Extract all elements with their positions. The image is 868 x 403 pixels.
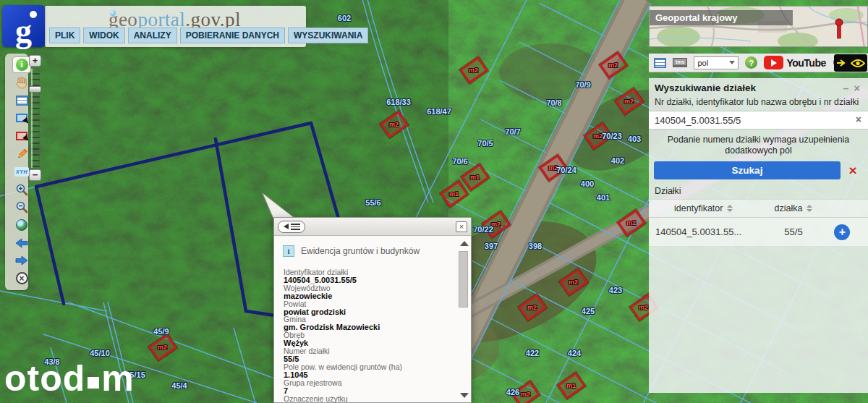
field-label: Obręb [284,331,455,339]
attribute-form-icon[interactable] [654,58,666,68]
popup-close-button[interactable]: × [456,221,467,232]
chevron-down-icon [729,61,735,64]
menu-item-widok[interactable]: WIDOK [83,27,124,43]
sort-icon [807,205,812,212]
panel-close-button[interactable]: × [851,83,862,93]
zoom-slider-track[interactable] [31,69,40,168]
field-label: Oznaczenie użytku [284,395,455,403]
menu-item-plik[interactable]: PLIK [49,27,80,43]
results-table-header: identyfikatordziałka [649,199,868,218]
popup-scrollbar[interactable] [457,237,469,402]
next-view-arrow-icon[interactable] [12,253,31,269]
fullscreen-arrow-icon[interactable] [836,59,847,67]
parcel-search-input[interactable] [649,111,868,129]
zoom-plus-button[interactable]: + [29,55,41,67]
minimap-title: Geoportal krajowy [650,10,793,25]
field-label: Pole pow. w ewidencji gruntów (ha) [284,363,455,371]
info-icon: i [283,245,294,257]
popup-fields: Identyfikator działki140504_5.0031.55/5W… [284,268,455,402]
geoportal-app: m2m2m2m2m2m2m1m1m2m2m2m2m2m2m1m2602618/3… [0,0,868,403]
full-extent-globe-icon[interactable] [12,216,31,233]
language-value: pol [697,59,708,67]
field-value: powiat grodziski [284,308,455,316]
result-identifier: 140504_5.0031.55... [649,226,759,237]
cancel-search-icon[interactable]: × [841,164,865,177]
list-icon [291,224,300,230]
help-icon[interactable]: ? [745,56,757,69]
zoom-out-icon[interactable] [12,199,31,216]
clear-selection-icon[interactable]: × [12,270,31,287]
results-section-label: Działki [649,183,868,199]
youtube-label: YouTube [786,57,825,69]
field-value: gm. Grodzisk Mazowiecki [284,323,455,331]
zoom-slider-handle[interactable] [29,86,41,93]
field-label: Powiat [284,300,455,308]
scrollbar-thumb[interactable] [459,251,468,307]
youtube-link[interactable]: YouTube [764,56,825,69]
field-value: mazowieckie [284,292,455,300]
add-parcel-button[interactable]: + [834,224,850,240]
language-select[interactable]: pol [694,56,739,69]
logo-dot-icon [30,11,37,18]
sort-icon [727,205,733,212]
popup-header: × [274,218,471,236]
previous-view-arrow-icon[interactable] [12,234,31,251]
menu-item-pobieranie-danych[interactable]: POBIERANIE DANYCH [180,27,285,43]
results-table-body: 140504_5.0031.55...55/5+ [649,218,868,247]
eye-icon[interactable] [851,59,865,68]
search-warning-text: Podanie numeru działki wymaga uzupełnien… [649,130,868,158]
popup-title: Ewidencja gruntów i budynków [301,246,420,256]
column-header-działka[interactable]: działka [759,203,829,213]
scroll-up-icon[interactable] [460,241,469,246]
popup-back-list-button[interactable] [278,221,305,233]
main-menu: PLIKWIDOKANALIZYPOBIERANIE DANYCHWYSZUKI… [49,27,371,43]
field-value: 7 [284,387,455,395]
tms-layer-icon[interactable]: tms [673,58,687,67]
search-input-label: Nr działki, identyfikator lub nazwa obrę… [649,95,868,111]
scroll-down-icon[interactable] [460,393,469,398]
menu-item-wyszukiwania[interactable]: WYSZUKIWANIA [288,27,368,43]
menu-item-analizy[interactable]: ANALIZY [128,27,177,43]
column-header-identyfikator[interactable]: identyfikator [649,203,759,213]
site-header: geoportal.gov.pl PLIKWIDOKANALIZYPOBIERA… [45,6,306,47]
map-toolbar: iXYH× [5,54,28,290]
parcel-info-popup: × i Ewidencja gruntów i budynków Identyf… [273,217,472,403]
result-parcel-number: 55/5 [759,226,829,237]
panel-minimize-button[interactable]: – [841,83,851,93]
popup-body: i Ewidencja gruntów i budynków Identyfik… [274,237,471,402]
zoom-in-icon[interactable] [12,181,31,198]
overview-minimap[interactable]: Geoportal krajowy [649,6,868,47]
youtube-icon [764,56,783,69]
field-label: Grupa rejestrowa [284,379,455,387]
field-label: Numer działki [284,347,455,355]
search-button[interactable]: Szukaj [654,161,841,179]
quick-access-widget [834,54,867,72]
clear-input-icon[interactable]: × [856,114,861,125]
search-parcels-panel: Wyszukiwanie działek – × Nr działki, ide… [649,78,868,393]
back-arrow-icon [284,224,289,229]
zoom-slider: + − [29,55,42,182]
geoportal-logo[interactable]: g [2,5,45,47]
zoom-minus-button[interactable]: − [29,169,41,181]
panel-title: Wyszukiwanie działek [655,82,841,93]
result-row[interactable]: 140504_5.0031.55...55/5+ [649,218,868,247]
